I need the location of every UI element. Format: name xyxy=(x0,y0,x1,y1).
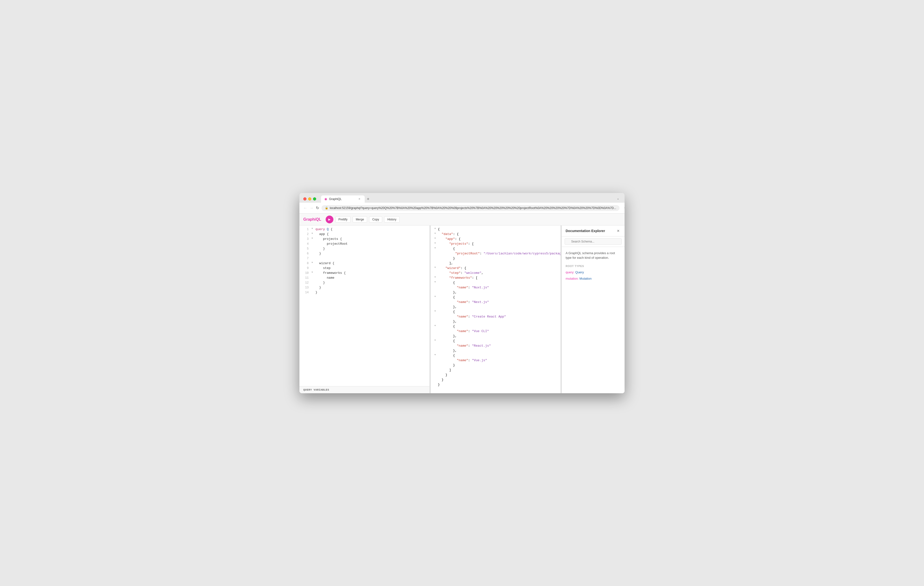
json-line: ▼ "name": "React.js" xyxy=(435,344,557,349)
response-splitter[interactable] xyxy=(561,225,561,393)
schema-search-input[interactable] xyxy=(564,238,622,245)
code-line-2: 2 ▼ app { xyxy=(299,232,429,237)
json-line: ▼ "wizard": { xyxy=(435,266,557,271)
doc-description: A GraphQL schema provides a root type fo… xyxy=(566,251,621,260)
merge-button[interactable]: Merge xyxy=(353,216,367,223)
editor-splitter[interactable] xyxy=(430,225,431,393)
json-line: ▼ "name": "Vue CLI" xyxy=(435,329,557,334)
json-line: ▼ } xyxy=(435,257,557,262)
json-line: ▼ ] xyxy=(435,368,557,373)
back-button[interactable]: ← xyxy=(303,205,307,212)
prettify-button[interactable]: Prettify xyxy=(335,216,351,223)
code-line-14: 14 } xyxy=(299,291,429,295)
svg-point-0 xyxy=(618,199,619,199)
mutation-type-link[interactable]: Mutation xyxy=(579,277,592,280)
json-line: ▼ "name": "Vue.js" xyxy=(435,359,557,363)
code-line-1: 1 ▼ query Q { xyxy=(299,227,429,232)
code-line-4: 4 projectRoot xyxy=(299,242,429,247)
json-line: ▼ { xyxy=(435,295,557,300)
browser-actions: ☆ ⋮ xyxy=(622,205,625,212)
code-line-6: 6 } xyxy=(299,252,429,257)
graphiql-app: GraphiQL ▶ Prettify Merge Copy History 1… xyxy=(299,214,625,393)
editor-pane: 1 ▼ query Q { 2 ▼ app { 3 ▼ projects { xyxy=(299,225,430,393)
minimize-button[interactable] xyxy=(308,197,311,200)
response-content: ▼ { ▼ "data": { ▼ "app": { ▼ "proje xyxy=(431,225,561,393)
root-types-label: ROOT TYPES xyxy=(566,264,621,268)
query-type-row: query: Query xyxy=(566,270,621,275)
json-line: ▼ }, xyxy=(435,305,557,310)
json-line: ▼ }, xyxy=(435,291,557,295)
tab-title: GraphiQL xyxy=(329,197,342,201)
code-line-9: 9 step xyxy=(299,266,429,271)
title-bar: ◉ GraphiQL ✕ + xyxy=(299,193,625,203)
json-line: ▼ { xyxy=(435,227,557,232)
graphiql-logo: GraphiQL xyxy=(303,217,321,222)
browser-window: ◉ GraphiQL ✕ + ← → ↻ 🔒 localhost:52159/g… xyxy=(299,193,625,393)
json-line: ▼ { xyxy=(435,354,557,359)
json-line: ▼ "name": "Nuxt.js" xyxy=(435,286,557,291)
url-text: localhost:52159/graphql?query=query%20Q%… xyxy=(330,206,616,210)
json-line: ▼ } xyxy=(435,383,557,388)
run-button[interactable]: ▶ xyxy=(326,215,333,223)
json-line: ▼ }, xyxy=(435,320,557,324)
code-line-5: 5 } xyxy=(299,247,429,252)
code-line-11: 11 name xyxy=(299,276,429,281)
browser-tab[interactable]: ◉ GraphiQL ✕ xyxy=(321,195,365,203)
forward-button[interactable]: → xyxy=(310,205,314,212)
json-line: ▼ "app": { xyxy=(435,237,557,242)
new-tab-button[interactable]: + xyxy=(365,196,371,203)
lock-icon: 🔒 xyxy=(325,206,328,210)
json-line: ▼ { xyxy=(435,324,557,329)
tab-close-button[interactable]: ✕ xyxy=(357,197,361,201)
json-line: ▼ { xyxy=(435,310,557,315)
json-line: ▼ "frameworks": [ xyxy=(435,276,557,281)
query-label: query: xyxy=(566,270,574,274)
mutation-type-row: mutation: Mutation xyxy=(566,276,621,281)
json-line: ▼ }, xyxy=(435,334,557,339)
code-line-10: 10 ▼ frameworks { xyxy=(299,271,429,276)
json-line: ▼ { xyxy=(435,281,557,286)
editor-content[interactable]: 1 ▼ query Q { 2 ▼ app { 3 ▼ projects { xyxy=(299,225,429,386)
json-line: ▼ "name": "Next.js" xyxy=(435,300,557,305)
doc-body: A GraphQL schema provides a root type fo… xyxy=(562,247,625,286)
refresh-button[interactable]: ↻ xyxy=(316,205,319,212)
json-line: ▼ "projects": [ xyxy=(435,242,557,247)
browser-menu-icon xyxy=(614,197,621,202)
code-line-7: 7 xyxy=(299,257,429,262)
json-line: ▼ } xyxy=(435,363,557,368)
address-bar[interactable]: 🔒 localhost:52159/graphql?query=query%20… xyxy=(322,205,619,211)
fullscreen-button[interactable] xyxy=(313,197,316,200)
json-line: ▼ "step": "welcome", xyxy=(435,271,557,276)
json-line: ▼ } xyxy=(435,373,557,378)
doc-header: Documentation Explorer ✕ xyxy=(562,225,625,237)
json-line: ▼ { xyxy=(435,339,557,344)
query-variables-bar[interactable]: QUERY VARIABLES xyxy=(299,386,429,393)
browser-controls: ← → ↻ 🔒 localhost:52159/graphql?query=qu… xyxy=(299,203,625,214)
json-line: ▼ "data": { xyxy=(435,232,557,237)
query-type-link[interactable]: Query xyxy=(575,270,584,274)
json-line: ▼ }, xyxy=(435,349,557,354)
doc-title: Documentation Explorer xyxy=(566,229,605,233)
tab-bar: ◉ GraphiQL ✕ + xyxy=(321,195,611,203)
bookmark-icon[interactable]: ☆ xyxy=(622,205,625,212)
traffic-lights xyxy=(303,197,316,200)
doc-close-button[interactable]: ✕ xyxy=(616,228,621,233)
code-line-3: 3 ▼ projects { xyxy=(299,237,429,242)
graphiql-body: 1 ▼ query Q { 2 ▼ app { 3 ▼ projects { xyxy=(299,225,625,393)
code-line-13: 13 } xyxy=(299,286,429,291)
json-line: ▼ { xyxy=(435,247,557,252)
code-line-12: 12 } xyxy=(299,281,429,286)
graphiql-toolbar: GraphiQL ▶ Prettify Merge Copy History xyxy=(299,214,625,225)
history-button[interactable]: History xyxy=(384,216,399,223)
mutation-label: mutation: xyxy=(566,277,579,280)
copy-button[interactable]: Copy xyxy=(369,216,382,223)
json-line: ▼ "name": "Create React App" xyxy=(435,315,557,320)
doc-search: 🔍 xyxy=(562,237,625,247)
json-line: ▼ } xyxy=(435,378,557,383)
json-line: ▼ ], xyxy=(435,262,557,266)
tab-favicon: ◉ xyxy=(324,197,327,201)
json-line: ▼ "projectRoot": "/Users/lachlan/code/wo… xyxy=(435,252,557,257)
response-pane: ▼ { ▼ "data": { ▼ "app": { ▼ "proje xyxy=(431,225,561,393)
close-button[interactable] xyxy=(303,197,307,200)
doc-pane: Documentation Explorer ✕ 🔍 A GraphQL sch… xyxy=(561,225,625,393)
